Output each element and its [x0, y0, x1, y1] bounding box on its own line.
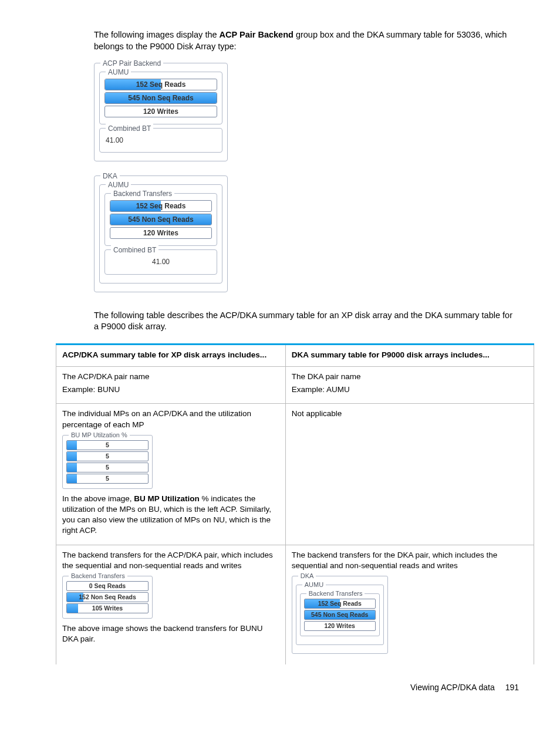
writes-bar: 120 Writes: [104, 106, 217, 117]
group-label-bt-mini2: Backend Transfers: [306, 589, 365, 598]
combined-bt-value: 41.00: [104, 133, 217, 147]
writes-mini: 105 Writes: [66, 603, 149, 613]
cell-text: The ACP/DKA pair name: [62, 372, 279, 382]
group-label-combined: Combined BT: [106, 124, 153, 133]
nonseq-reads-bar: 545 Non Seq Reads: [104, 92, 217, 104]
group-label-dka-mini: DKA: [298, 572, 316, 580]
bu-mp-util-group: BU MP Utilzation % 5 5 5 5: [62, 435, 153, 489]
combined-bt-group2: Combined BT 41.00: [104, 249, 217, 274]
group-label-bt-mini: Backend Transfers: [69, 572, 127, 580]
group-label-combined2: Combined BT: [111, 245, 158, 255]
mp-util-bar: 5: [66, 440, 149, 450]
aumu-group2: AUMU Backend Transfers 152 Seq Reads 545…: [99, 184, 222, 283]
dka-mini-group: DKA AUMU Backend Transfers 152 Seq Reads…: [292, 576, 388, 654]
writes-bar2: 120 Writes: [110, 227, 212, 239]
table-header-1: ACP/DKA summary table for XP disk arrays…: [56, 344, 286, 366]
backend-transfers-mini: Backend Transfers 0 Seq Reads 152 Non Se…: [62, 576, 153, 619]
seq-reads-mini2: 152 Seq Reads: [304, 599, 376, 609]
page-footer: Viewing ACP/DKA data 191: [41, 682, 519, 693]
cell-text: Example: AUMU: [292, 384, 528, 395]
group-label-bu-mp: BU MP Utilzation %: [69, 431, 130, 440]
group-label-aumu: AUMU: [106, 67, 131, 77]
nonseq-reads-mini: 152 Non Seq Reads: [66, 592, 149, 602]
aumu-group: AUMU 152 Seq Reads 545 Non Seq Reads 120…: [99, 72, 222, 124]
cell-text: The above image shows the backend transf…: [62, 623, 279, 644]
acp-pair-backend-group: ACP Pair Backend AUMU 152 Seq Reads 545 …: [94, 63, 228, 161]
table-row: The ACP/DKA pair name Example: BUNU The …: [56, 366, 534, 403]
cell-text: Example: BUNU: [62, 384, 279, 395]
group-label-aumu2: AUMU: [106, 180, 131, 190]
nonseq-reads-mini2: 545 Non Seq Reads: [304, 610, 376, 620]
combined-bt-value2: 41.00: [110, 255, 212, 269]
group-label-acp: ACP Pair Backend: [100, 59, 163, 68]
table-row: The backend transfers for the ACP/DKA pa…: [56, 545, 534, 664]
mp-util-bar: 5: [66, 474, 149, 484]
seq-reads-bar: 152 Seq Reads: [104, 79, 217, 90]
dka-panel: DKA AUMU Backend Transfers 152 Seq Reads…: [94, 175, 519, 292]
cell-text: The backend transfers for the DKA pair, …: [292, 550, 528, 571]
acp-pair-backend-panel: ACP Pair Backend AUMU 152 Seq Reads 545 …: [94, 63, 519, 161]
seq-reads-bar2: 152 Seq Reads: [110, 200, 212, 212]
aumu-mini-group: AUMU Backend Transfers 152 Seq Reads 545…: [296, 585, 384, 645]
intro-paragraph: The following images display the ACP Pai…: [94, 29, 519, 52]
cell-text: Not applicable: [292, 409, 528, 419]
mp-util-bar: 5: [66, 451, 149, 461]
group-label-dka: DKA: [100, 171, 120, 181]
table-header-2: DKA summary table for P9000 disk arrays …: [285, 344, 534, 366]
seq-reads-mini: 0 Seq Reads: [66, 581, 149, 591]
intro-text: The following images display the: [94, 30, 220, 39]
backend-transfers-group: Backend Transfers 152 Seq Reads 545 Non …: [104, 193, 217, 246]
cell-text: The backend transfers for the ACP/DKA pa…: [62, 550, 279, 571]
combined-bt-group: Combined BT 41.00: [99, 128, 222, 153]
page-number: 191: [505, 682, 519, 693]
intro-bold: ACP Pair Backend: [220, 30, 294, 39]
cell-text: The DKA pair name: [292, 372, 528, 382]
summary-table: ACP/DKA summary table for XP disk arrays…: [56, 343, 534, 664]
footer-section-title: Viewing ACP/DKA data: [410, 683, 495, 692]
writes-mini2: 120 Writes: [304, 621, 376, 631]
nonseq-reads-bar2: 545 Non Seq Reads: [110, 214, 212, 225]
group-label-aumu-mini: AUMU: [302, 580, 326, 589]
group-label-bt: Backend Transfers: [111, 189, 174, 198]
dka-group: DKA AUMU Backend Transfers 152 Seq Reads…: [94, 175, 228, 292]
mp-util-bar: 5: [66, 463, 149, 472]
cell-text: The individual MPs on an ACP/DKA and the…: [62, 409, 279, 430]
table-row: The individual MPs on an ACP/DKA and the…: [56, 404, 534, 545]
intro-paragraph-2: The following table describes the ACP/DK…: [94, 310, 519, 333]
bt-mini-group: Backend Transfers 152 Seq Reads 545 Non …: [300, 593, 380, 636]
cell-text: In the above image, BU MP Utilization % …: [62, 494, 279, 536]
